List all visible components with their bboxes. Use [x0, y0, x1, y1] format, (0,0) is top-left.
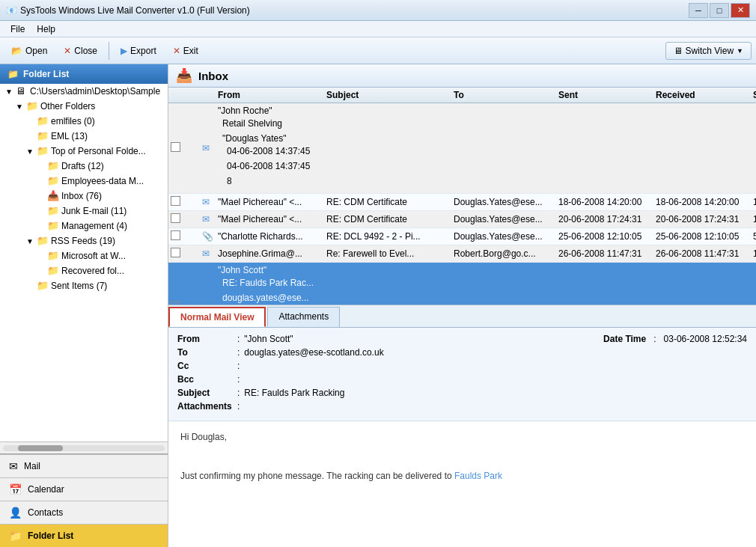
maximize-button[interactable]: □	[710, 3, 729, 18]
folder-icon: 📥	[47, 190, 59, 202]
menu-file[interactable]: File	[4, 22, 31, 36]
minimize-button[interactable]: ─	[689, 3, 708, 18]
col-sent-header[interactable]: Sent	[554, 88, 651, 103]
open-button[interactable]: 📂 Open	[4, 43, 54, 59]
folder-list-title: Folder List	[23, 69, 69, 79]
col-from-header[interactable]: From	[213, 88, 322, 103]
tree-item-rss[interactable]: ▼ 📁 RSS Feeds (19)	[0, 233, 168, 248]
row-checkbox[interactable]	[168, 140, 186, 156]
tree-toggle[interactable]: ▼	[15, 103, 24, 111]
scrollbar-thumb[interactable]	[18, 445, 63, 451]
row-size: 12	[749, 246, 756, 261]
tree-item-other[interactable]: ▼ 📁 Other Folders	[0, 99, 168, 114]
tree-item-sent[interactable]: 📁 Sent Items (7)	[0, 278, 168, 293]
tree-toggle[interactable]: ▼	[4, 88, 13, 96]
close-button-toolbar[interactable]: ✕ Close	[57, 43, 104, 59]
row-email-icon: ✉	[200, 195, 213, 210]
row-flag	[186, 251, 200, 256]
tree-item-top[interactable]: ▼ 📁 Top of Personal Folde...	[0, 144, 168, 159]
tree-item-inbox[interactable]: 📥 Inbox (76)	[0, 189, 168, 204]
tree-item-junk[interactable]: 📁 Junk E-mail (11)	[0, 204, 168, 219]
col-to-header[interactable]: To	[449, 88, 554, 103]
dropdown-arrow-icon: ▼	[737, 47, 743, 55]
preview-body-line: Hi Douglas,	[180, 430, 744, 444]
email-row[interactable]: ✉ Josephine.Grima@... Re: Farewell to Ev…	[168, 245, 756, 263]
switch-view-button[interactable]: 🖥 Switch View ▼	[665, 42, 752, 60]
nav-btn-calendar[interactable]: 📅 Calendar	[0, 477, 168, 501]
row-email-icon: ✉	[200, 246, 213, 261]
row-checkbox[interactable]	[168, 299, 186, 305]
close-button[interactable]: ✕	[731, 3, 750, 18]
row-to: Douglas.Yates@ese...	[449, 229, 554, 244]
tree-item-management[interactable]: 📁 Management (4)	[0, 219, 168, 233]
tree-item-drafts[interactable]: 📁 Drafts (12)	[0, 159, 168, 174]
tree-toggle[interactable]: ▼	[25, 237, 34, 245]
to-colon: :	[237, 347, 240, 358]
exit-button[interactable]: ✕ Exit	[166, 43, 205, 59]
row-flag	[186, 200, 200, 204]
row-checkbox[interactable]	[168, 245, 186, 262]
col-flag	[186, 88, 200, 103]
app-icon: 📧	[6, 5, 17, 16]
preview-tab-attachments[interactable]: Attachments	[267, 307, 340, 327]
tree-toggle[interactable]: ▼	[25, 147, 34, 156]
tree-label: Top of Personal Folde...	[51, 146, 165, 156]
nav-btn-contacts[interactable]: 👤 Contacts	[0, 501, 168, 524]
menu-help[interactable]: Help	[31, 22, 61, 36]
col-subject-header[interactable]: Subject	[322, 88, 449, 103]
email-row[interactable]: ✉ "Mael Pichereau" <... RE: CDM Certific…	[168, 211, 756, 228]
nav-icon-folder_list: 📁	[9, 530, 22, 542]
folder-icon: 📁	[47, 175, 59, 187]
email-table[interactable]: ✉ "John Roche" Retail Shelving "Douglas …	[168, 103, 756, 305]
nav-btn-folder_list[interactable]: 📁 Folder List	[0, 524, 168, 547]
tree-item-emlfiles[interactable]: 📁 emlfiles (0)	[0, 114, 168, 129]
row-received: 26-06-2008 11:47:31	[651, 246, 749, 261]
folder-icon: 📁	[47, 160, 59, 172]
row-subject: RE: DCL 9492 - 2 - Pi...	[322, 229, 449, 244]
tree-label: emlfiles (0)	[51, 116, 165, 126]
row-flag	[186, 217, 200, 221]
preview-body-line: Just confirming my phone message. The ra…	[180, 469, 744, 483]
row-received: 18-06-2008 14:20:00	[651, 195, 749, 210]
tree-item-recovered[interactable]: 📁 Recovered fol...	[0, 263, 168, 278]
preview-tab-normal[interactable]: Normal Mail View	[168, 307, 266, 327]
email-list-header: From Subject To Sent Received Size(KB)	[168, 88, 756, 103]
row-email-icon: 📎	[200, 229, 213, 244]
row-checkbox[interactable]	[168, 228, 186, 245]
from-colon: :	[237, 334, 240, 344]
tree-item-eml[interactable]: 📁 EML (13)	[0, 129, 168, 144]
tree-label: EML (13)	[51, 131, 165, 141]
preview-subject-row: Subject : RE: Faulds Park Racking	[177, 388, 747, 398]
row-subject: RE: CDM Certificate	[322, 212, 449, 227]
tree-item-microsoft[interactable]: 📁 Microsoft at W...	[0, 248, 168, 263]
scrollbar-track	[3, 445, 165, 451]
sidebar-horizontal-scrollbar[interactable]	[0, 441, 168, 453]
col-received-header[interactable]: Received	[651, 88, 749, 103]
tree-label: Management (4)	[61, 221, 165, 231]
subject-colon: :	[237, 388, 240, 398]
row-checkbox[interactable]	[168, 194, 186, 210]
nav-label-folder_list: Folder List	[28, 531, 73, 541]
col-att	[200, 88, 213, 103]
email-row[interactable]: ✉ "Mael Pichereau" <... RE: CDM Certific…	[168, 194, 756, 211]
tree-item-root[interactable]: ▼ 🖥 C:\Users\admin\Desktop\Sample	[0, 84, 168, 99]
bcc-label: Bcc	[177, 374, 237, 385]
email-row[interactable]: 📎 "Charlotte Richards... RE: DCL 9492 - …	[168, 228, 756, 245]
bcc-colon: :	[237, 374, 240, 385]
email-row[interactable]: ✉ "John Roche" Retail Shelving "Douglas …	[168, 103, 756, 194]
row-received: 20-06-2008 17:24:31	[651, 212, 749, 227]
row-to: Robert.Borg@go.c...	[449, 246, 554, 261]
row-checkbox[interactable]	[168, 211, 186, 227]
folder-tree[interactable]: ▼ 🖥 C:\Users\admin\Desktop\Sample ▼ 📁 Ot…	[0, 84, 168, 441]
app-title: SysTools Windows Live Mail Converter v1.…	[20, 5, 689, 16]
row-from: "Mael Pichereau" <...	[213, 195, 322, 210]
export-button[interactable]: ▶ Export	[114, 43, 163, 59]
nav-btn-mail[interactable]: ✉ Mail	[0, 454, 168, 477]
folder-icon: 📁	[47, 265, 59, 277]
tree-label: RSS Feeds (19)	[51, 236, 165, 246]
nav-label-calendar: Calendar	[28, 484, 64, 495]
col-size-header[interactable]: Size(KB)	[749, 88, 756, 103]
tree-item-employees[interactable]: 📁 Employees-data M...	[0, 174, 168, 189]
email-row[interactable]: ✉ "John Scott" RE: Faulds Park Rac... do…	[168, 263, 756, 305]
row-to: douglas.yates@ese...	[218, 290, 322, 305]
